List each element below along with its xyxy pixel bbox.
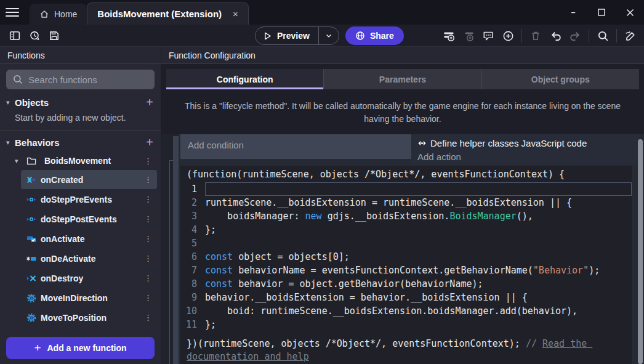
- search-icon[interactable]: [595, 28, 611, 44]
- item-label: doStepPreEvents: [41, 195, 140, 204]
- item-label: onActivate: [41, 234, 140, 244]
- hamburger-menu-icon[interactable]: [0, 0, 25, 25]
- code-line-9[interactable]: 9behavior.__boidsExtension = behavior.__…: [180, 291, 632, 304]
- redo-icon[interactable]: [567, 28, 583, 44]
- add-object-button[interactable]: +: [146, 96, 153, 108]
- add-function-button[interactable]: + Add a new function: [6, 337, 155, 359]
- function-gear-icon: [26, 293, 37, 303]
- trash-icon[interactable]: [528, 28, 544, 44]
- kebab-menu-icon[interactable]: ⋮: [140, 273, 157, 283]
- kebab-menu-icon[interactable]: ⋮: [140, 313, 157, 322]
- kebab-menu-icon[interactable]: ⋮: [140, 156, 161, 166]
- undo-icon[interactable]: [547, 28, 563, 44]
- event-row: Add condition Define helper classes Java…: [180, 134, 639, 164]
- line-number: 1: [180, 182, 205, 196]
- behaviors-section-header[interactable]: ▾ Behaviors +: [0, 133, 161, 152]
- add-comment-icon[interactable]: [480, 28, 496, 44]
- add-condition-cell[interactable]: Add condition: [180, 134, 411, 159]
- tab-extension[interactable]: BoidsMovement (Extension) ×: [87, 2, 248, 25]
- preview-button[interactable]: Preview: [255, 26, 339, 45]
- events-sheet: Add condition Define helper classes Java…: [161, 134, 644, 364]
- share-button[interactable]: Share: [345, 26, 404, 45]
- tab-configuration[interactable]: Configuration: [166, 69, 324, 89]
- objects-section-header[interactable]: ▾ Objects +: [0, 93, 161, 111]
- on-destroy-icon: [26, 273, 37, 283]
- event-nesting-rule: [169, 160, 170, 364]
- tab-parameters[interactable]: Parameters: [324, 69, 481, 89]
- line-number: 3: [180, 209, 205, 223]
- code-line-7[interactable]: 7const behaviorName = eventsFunctionCont…: [180, 264, 632, 277]
- js-code-editor[interactable]: (function(runtimeScene, objects /*Object…: [180, 166, 632, 364]
- tab-extension-label: BoidsMovement (Extension): [97, 9, 222, 19]
- add-event-icon[interactable]: [441, 28, 457, 44]
- edit-pen-icon[interactable]: [622, 28, 638, 44]
- play-icon: [263, 31, 272, 41]
- panels-icon[interactable]: [7, 28, 23, 44]
- item-label: onDestroy: [41, 273, 140, 283]
- chevron-down-icon[interactable]: ▾: [6, 139, 15, 147]
- sidebar-item-ondeactivate[interactable]: onDeActivate⋮: [21, 249, 157, 268]
- js-event-title[interactable]: Define helper classes JavaScript code: [417, 138, 633, 148]
- js-event-title-label: Define helper classes JavaScript code: [430, 138, 587, 148]
- tab-home-label: Home: [54, 9, 77, 19]
- sidebar-item-onactivate[interactable]: onActivate⋮: [21, 229, 157, 248]
- code-line-6[interactable]: 6const object = objects[0];: [180, 250, 632, 264]
- code-line-5[interactable]: 5: [180, 237, 632, 250]
- code-line-4[interactable]: 4};: [180, 223, 632, 237]
- tab-home[interactable]: Home: [30, 4, 87, 25]
- minimize-button[interactable]: –: [559, 0, 587, 25]
- code-line-2[interactable]: 2runtimeScene.__boidsExtension = runtime…: [180, 196, 632, 209]
- sidebar-item-dosteppostevents[interactable]: doStepPostEvents⋮: [21, 209, 157, 229]
- code-line-1[interactable]: 1: [180, 182, 632, 196]
- code-line-8[interactable]: 8const behavior = object.getBehavior(beh…: [180, 277, 632, 291]
- add-function-label: Add a new function: [47, 343, 127, 353]
- kebab-menu-icon[interactable]: ⋮: [140, 293, 157, 302]
- vertical-scrollbar[interactable]: [638, 139, 643, 364]
- sidebar-group-boidsmovement[interactable]: ▾ BoidsMovement ⋮: [0, 152, 161, 170]
- configuration-tabs: Configuration Parameters Object groups: [166, 69, 639, 89]
- sidebar-item-moveindirection[interactable]: MoveInDirection⋮: [21, 288, 157, 307]
- chevron-down-icon[interactable]: ▾: [6, 99, 15, 107]
- kebab-menu-icon[interactable]: ⋮: [140, 195, 157, 204]
- maximize-button[interactable]: [587, 0, 616, 25]
- step-events-icon: [26, 195, 37, 204]
- add-action-cell[interactable]: Add action: [417, 152, 633, 162]
- tab-object-groups[interactable]: Object groups: [482, 69, 639, 89]
- kebab-menu-icon[interactable]: ⋮: [140, 254, 157, 263]
- tab-close-icon[interactable]: ×: [233, 9, 238, 19]
- kebab-menu-icon[interactable]: ⋮: [140, 175, 157, 184]
- history-icon[interactable]: [26, 28, 42, 44]
- line-number: 4: [180, 223, 205, 237]
- sidebar-item-dosteppreevents[interactable]: doStepPreEvents⋮: [21, 190, 157, 209]
- code-line-3[interactable]: 3 boidsManager: new gdjs.__boidsExtensio…: [180, 209, 632, 223]
- preview-dropdown-button[interactable]: [319, 32, 339, 39]
- save-icon[interactable]: [46, 28, 62, 44]
- sidebar-item-oncreated[interactable]: onCreated⋮: [21, 170, 157, 189]
- line-number: 8: [180, 277, 205, 291]
- add-behavior-button[interactable]: +: [146, 136, 153, 148]
- sidebar-item-movetoposition[interactable]: MoveToPosition⋮: [21, 308, 157, 327]
- event-drag-handle[interactable]: [173, 136, 179, 364]
- add-sub-event-icon[interactable]: [461, 28, 477, 44]
- on-created-icon: [26, 175, 37, 185]
- kebab-menu-icon[interactable]: ⋮: [140, 234, 157, 243]
- function-gear-icon: [26, 313, 37, 323]
- code-line-10[interactable]: 10 boid: runtimeScene.__boidsExtension.b…: [180, 304, 632, 318]
- on-deactivate-icon: [26, 254, 37, 264]
- sidebar-item-ondestroy[interactable]: onDestroy⋮: [21, 269, 157, 288]
- item-label: onCreated: [41, 175, 140, 185]
- add-circle-icon[interactable]: [500, 28, 516, 44]
- search-icon: [12, 74, 23, 85]
- functions-sidebar: Functions ▾ Objects + Start by adding a …: [0, 47, 161, 364]
- chevron-down-icon[interactable]: ▾: [15, 157, 23, 165]
- line-number: 7: [180, 264, 205, 277]
- titlebar: Home BoidsMovement (Extension) × –: [0, 0, 644, 25]
- code-line-11[interactable]: 11};: [180, 318, 632, 331]
- kebab-menu-icon[interactable]: ⋮: [140, 214, 157, 224]
- lifecycle-description: This is a "lifecycle method". It will be…: [161, 89, 644, 134]
- search-input[interactable]: [6, 70, 155, 89]
- objects-empty-hint: Start by adding a new object.: [0, 111, 161, 131]
- share-label: Share: [370, 31, 394, 41]
- line-number: 9: [180, 291, 205, 304]
- close-button[interactable]: [616, 0, 644, 25]
